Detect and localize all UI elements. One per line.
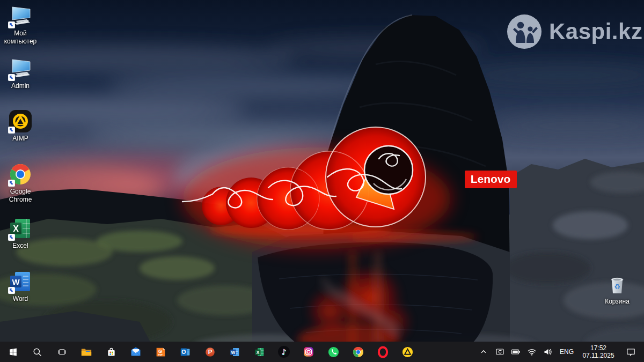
whatsapp-button[interactable] [321, 342, 346, 362]
excel-button[interactable]: X [247, 342, 272, 362]
search-icon [32, 347, 42, 357]
desktop-icon-label: Мой компьютер [0, 29, 41, 46]
pdf-reader-button[interactable]: G PDF [148, 342, 173, 362]
shortcut-arrow-icon [8, 127, 15, 134]
microsoft-store-icon [106, 346, 117, 358]
svg-text:♻: ♻ [614, 283, 620, 291]
whatsapp-icon [327, 346, 340, 358]
word-button[interactable]: W [222, 342, 247, 362]
file-explorer-button[interactable] [74, 342, 99, 362]
opera-icon [377, 346, 389, 358]
task-view-icon [57, 347, 67, 357]
windows-logo-icon [9, 348, 18, 357]
desktop-icon-label: Admin [11, 82, 30, 90]
desktop-icon-google-chrome[interactable]: Google Chrome [0, 162, 41, 204]
tiktok-icon: ♪ ♪ ♪ [277, 345, 290, 358]
svg-text:W: W [12, 277, 20, 286]
powerpoint-icon: P [204, 346, 216, 358]
chevron-up-icon [480, 348, 487, 356]
shortcut-arrow-icon [8, 74, 15, 81]
svg-text:W: W [231, 350, 235, 355]
taskbar-buttons: G PDF O P [0, 342, 420, 362]
pdf-reader-icon: G PDF [155, 346, 166, 358]
aimp-icon [401, 346, 414, 358]
svg-text:X: X [256, 350, 259, 355]
outlook-icon: O [180, 346, 191, 358]
file-explorer-icon [80, 346, 92, 358]
desktop-icon-label: Google Chrome [0, 188, 41, 204]
excel-icon: X [254, 346, 265, 358]
svg-text:X: X [13, 224, 19, 233]
speaker-icon [543, 347, 553, 357]
search-button[interactable] [25, 342, 49, 362]
svg-text:P: P [208, 349, 212, 355]
desktop-icon-label: Корзина [605, 298, 630, 306]
tray-display-button[interactable] [492, 342, 508, 362]
chrome-button[interactable] [346, 342, 370, 362]
mail-icon [130, 346, 142, 358]
clock-time: 17:52 [590, 344, 606, 352]
svg-text:O: O [181, 349, 186, 355]
system-tray: ENG 17:52 07.11.2025 [475, 342, 644, 362]
chrome-icon [352, 346, 364, 358]
lenovo-label: Lenovo [471, 173, 511, 185]
desktop-icon-admin[interactable]: Admin [0, 57, 41, 90]
desktop-icon-label: Word [13, 295, 28, 303]
desktop-icon-my-computer[interactable]: Мой компьютер [0, 4, 41, 46]
lenovo-logo: Lenovo [465, 171, 517, 188]
action-center-button[interactable] [619, 342, 642, 362]
battery-icon [511, 347, 521, 357]
shortcut-arrow-icon [8, 180, 15, 187]
shortcut-arrow-icon [8, 234, 15, 241]
language-label: ENG [560, 348, 574, 356]
svg-text:PDF: PDF [158, 353, 163, 356]
wifi-icon [527, 347, 537, 357]
desktop-icon-word[interactable]: W Word [0, 270, 41, 303]
powerpoint-button[interactable]: P [197, 342, 222, 362]
action-center-icon [626, 347, 636, 357]
tiktok-button[interactable]: ♪ ♪ ♪ [272, 342, 296, 362]
start-button[interactable] [1, 342, 25, 362]
connect-display-icon [495, 348, 504, 357]
desktop-icon-recycle-bin[interactable]: ♻ Корзина [597, 272, 638, 306]
tray-battery-button[interactable] [508, 342, 524, 362]
tray-chevron-button[interactable] [475, 342, 492, 362]
shortcut-arrow-icon [8, 21, 15, 28]
clock-date: 07.11.2025 [582, 352, 614, 359]
tray-clock-button[interactable]: 17:52 07.11.2025 [577, 342, 619, 362]
task-view-button[interactable] [49, 342, 74, 362]
mail-button[interactable] [123, 342, 148, 362]
tray-language-button[interactable]: ENG [556, 342, 577, 362]
word-icon: W [229, 346, 240, 358]
microsoft-store-button[interactable] [99, 342, 123, 362]
svg-text:♪: ♪ [282, 348, 287, 356]
tray-volume-button[interactable] [540, 342, 556, 362]
tray-wifi-button[interactable] [524, 342, 540, 362]
aimp-button[interactable] [395, 342, 420, 362]
outlook-button[interactable]: O [173, 342, 197, 362]
desktop-icon-aimp[interactable]: AIMP [0, 109, 41, 143]
instagram-button[interactable] [296, 342, 321, 362]
desktop: Lenovo Kaspi.kz [0, 0, 644, 362]
wallpaper: Lenovo [0, 0, 644, 362]
desktop-icon-label: AIMP [12, 135, 28, 143]
opera-button[interactable] [370, 342, 395, 362]
instagram-icon [303, 346, 314, 358]
desktop-icon-excel[interactable]: X Excel [0, 217, 41, 250]
recycle-bin-icon: ♻ [605, 272, 630, 297]
shortcut-arrow-icon [8, 287, 15, 294]
desktop-icon-label: Excel [12, 242, 28, 250]
taskbar: G PDF O P [0, 342, 644, 362]
